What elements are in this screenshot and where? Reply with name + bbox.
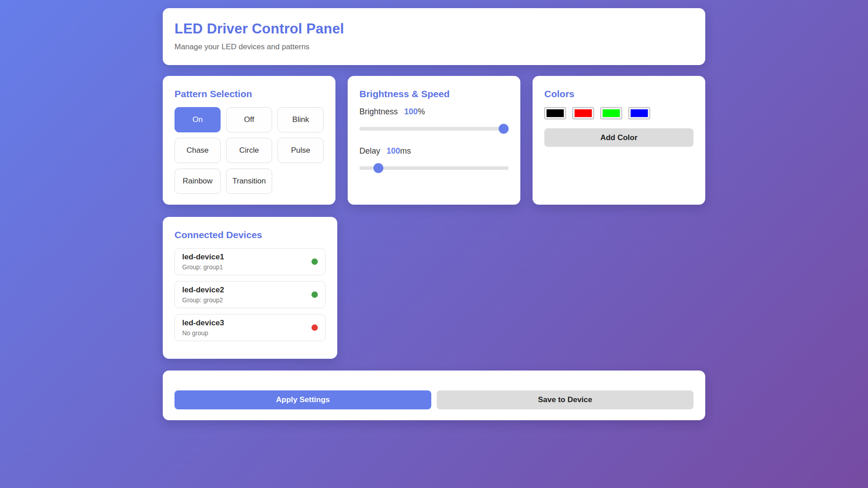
pattern-button-rainbow[interactable]: Rainbow (175, 169, 221, 194)
pattern-button-chase[interactable]: Chase (175, 138, 221, 163)
pattern-button-pulse[interactable]: Pulse (278, 138, 324, 163)
connected-devices-card: Connected Devices led-device1Group: grou… (163, 217, 337, 359)
pattern-button-blink[interactable]: Blink (278, 107, 324, 132)
device-group-label: Group: group1 (182, 263, 224, 271)
delay-label: Delay (359, 146, 380, 155)
pattern-button-transition[interactable]: Transition (226, 169, 272, 194)
color-swatch-fill-green (603, 109, 620, 117)
top-row: Pattern Selection OnOffBlinkChaseCircleP… (163, 76, 705, 205)
device-row-led-device1[interactable]: led-device1Group: group1 (175, 248, 326, 275)
brightness-unit: % (418, 107, 425, 116)
header-card: LED Driver Control Panel Manage your LED… (163, 8, 705, 65)
device-group-label: Group: group2 (182, 296, 224, 304)
delay-unit: ms (400, 146, 411, 155)
colors-section-title: Colors (544, 89, 693, 99)
device-name: led-device2 (182, 286, 224, 295)
page-container: LED Driver Control Panel Manage your LED… (163, 8, 705, 420)
save-to-device-button[interactable]: Save to Device (437, 390, 693, 409)
brightness-section-title: Brightness & Speed (359, 89, 509, 99)
brightness-slider[interactable] (359, 124, 509, 134)
delay-value: 100 (387, 146, 400, 155)
colors-card: Colors Add Color (533, 76, 705, 205)
brightness-slider-track[interactable] (359, 127, 509, 131)
page-title: LED Driver Control Panel (175, 21, 693, 37)
color-swatch-blue[interactable] (628, 107, 650, 119)
pattern-button-on[interactable]: On (175, 107, 221, 132)
brightness-label: Brightness (359, 107, 398, 116)
delay-group: Delay100ms (359, 146, 509, 173)
delay-slider-thumb[interactable] (373, 163, 383, 173)
pattern-button-circle[interactable]: Circle (226, 138, 272, 163)
device-group-label: No group (182, 329, 224, 337)
devices-section-title: Connected Devices (175, 230, 326, 240)
pattern-selection-card: Pattern Selection OnOffBlinkChaseCircleP… (163, 76, 335, 205)
pattern-grid: OnOffBlinkChaseCirclePulseRainbowTransit… (175, 107, 324, 194)
add-color-button[interactable]: Add Color (544, 128, 693, 147)
status-dot-offline (311, 324, 318, 331)
brightness-group: Brightness100% (359, 107, 509, 134)
device-name: led-device3 (182, 319, 224, 328)
delay-label-row: Delay100ms (359, 146, 509, 156)
apply-settings-button[interactable]: Apply Settings (175, 390, 431, 409)
color-swatch-red[interactable] (572, 107, 594, 119)
footer-actions: Apply Settings Save to Device (175, 390, 693, 409)
color-swatch-fill-black (547, 109, 564, 117)
brightness-speed-card: Brightness & Speed Brightness100% Delay1… (348, 76, 520, 205)
color-swatch-fill-blue (631, 109, 648, 117)
device-row-led-device2[interactable]: led-device2Group: group2 (175, 281, 326, 308)
pattern-section-title: Pattern Selection (175, 89, 324, 99)
page-subtitle: Manage your LED devices and patterns (175, 42, 693, 52)
device-name: led-device1 (182, 253, 224, 262)
status-dot-online (311, 258, 318, 265)
device-info: led-device3No group (182, 319, 224, 337)
brightness-value: 100 (404, 107, 418, 116)
footer-actions-card: Apply Settings Save to Device (163, 371, 705, 420)
pattern-button-off[interactable]: Off (226, 107, 272, 132)
device-row-led-device3[interactable]: led-device3No group (175, 314, 326, 341)
color-swatch-row (544, 107, 693, 119)
device-info: led-device1Group: group1 (182, 253, 224, 271)
brightness-slider-thumb[interactable] (499, 124, 509, 134)
status-dot-online (311, 291, 318, 298)
device-info: led-device2Group: group2 (182, 286, 224, 304)
device-list: led-device1Group: group1led-device2Group… (175, 248, 326, 341)
color-swatch-black[interactable] (544, 107, 566, 119)
color-swatch-fill-red (575, 109, 592, 117)
brightness-label-row: Brightness100% (359, 107, 509, 117)
color-swatch-green[interactable] (600, 107, 622, 119)
delay-slider[interactable] (359, 163, 509, 173)
